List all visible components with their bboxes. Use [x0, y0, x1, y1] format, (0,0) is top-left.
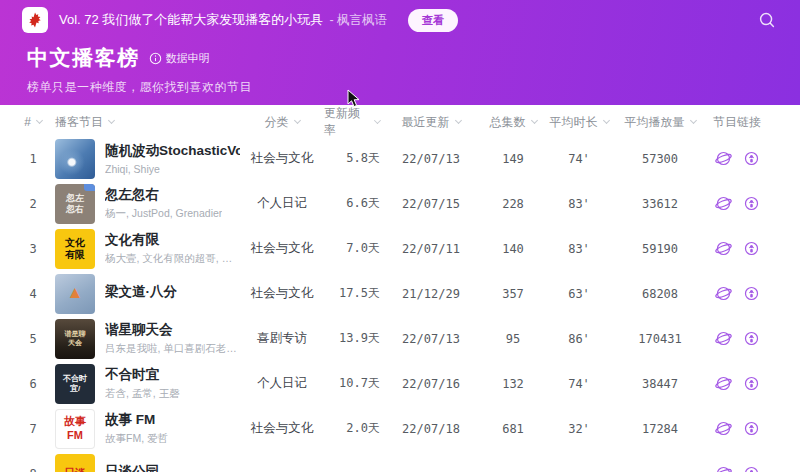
col-header-plays[interactable]: 平均播放量 — [614, 114, 706, 131]
podcast-title[interactable]: 梁文道·八分 — [105, 283, 177, 301]
podcast-cell[interactable]: 谐星聊天会 谐星聊天会 吕东是我啦, 单口喜剧石老板, 六兽儿... — [50, 319, 240, 359]
sort-caret-icon — [36, 117, 43, 124]
col-header-category[interactable]: 分类 — [240, 114, 324, 131]
announcement-bar: Vol. 72 我们做了个能帮大家发现播客的小玩具- 枫言枫语 查看 — [0, 0, 800, 40]
episodes-cell: 681 — [482, 422, 544, 436]
podcast-cover: 日谈 — [55, 454, 95, 472]
podcast-title[interactable]: 文化有限 — [105, 231, 240, 249]
page-header: Vol. 72 我们做了个能帮大家发现播客的小玩具- 枫言枫语 查看 中文播客榜… — [0, 0, 800, 105]
links-cell — [706, 419, 768, 438]
fengyan-fengyu-logo[interactable] — [22, 7, 48, 33]
table-row[interactable]: 5 谐星聊天会 谐星聊天会 吕东是我啦, 单口喜剧石老板, 六兽儿... 喜剧专… — [0, 316, 800, 361]
xiaoyuzhou-icon[interactable] — [714, 149, 733, 168]
category-cell: 喜剧专访 — [240, 330, 324, 347]
podcast-cell[interactable]: 随机波动StochasticVolatility Zhiqi, Shiye — [50, 139, 240, 179]
podcast-cell[interactable]: 文化有限 文化有限 杨大壹, 文化有限的超哥, 星光 — [50, 229, 240, 269]
podcast-cell[interactable]: 不合时宜/ 不合时宜 若含, 孟常, 王磬 — [50, 364, 240, 404]
xiaoyuzhou-icon[interactable] — [714, 419, 733, 438]
data-statement-link[interactable]: 数据申明 — [149, 51, 210, 66]
page-subtitle: 榜单只是一种维度，愿你找到喜欢的节目 — [27, 79, 773, 96]
duration-cell: 32' — [544, 422, 614, 436]
announcement-suffix: - 枫言枫语 — [329, 13, 387, 27]
xiaoyuzhou-icon[interactable] — [714, 329, 733, 348]
rank-cell: 3 — [16, 242, 50, 256]
rank-cell: 1 — [16, 152, 50, 166]
podcast-title[interactable]: 随机波动StochasticVolatility — [105, 142, 240, 160]
rank-cell: 4 — [16, 287, 50, 301]
links-cell — [706, 149, 768, 168]
episodes-cell: 132 — [482, 377, 544, 391]
links-cell — [706, 464, 768, 472]
podcast-authors: 故事FM, 爱哲 — [105, 432, 168, 446]
duration-cell: 74' — [544, 152, 614, 166]
links-cell — [706, 239, 768, 258]
podcast-cell[interactable]: 日谈 日谈公园 — [50, 454, 240, 472]
podcast-title[interactable]: 谐星聊天会 — [105, 321, 240, 339]
table-row[interactable]: 1 随机波动StochasticVolatility Zhiqi, Shiye … — [0, 136, 800, 181]
podcast-cell[interactable]: 忽左忽右 忽左忽右 杨一, JustPod, Grenadier — [50, 184, 240, 224]
apple-podcasts-icon[interactable] — [742, 149, 761, 168]
links-cell — [706, 329, 768, 348]
table-row[interactable]: 3 文化有限 文化有限 杨大壹, 文化有限的超哥, 星光 社会与文化 7.0天 … — [0, 226, 800, 271]
podcast-title[interactable]: 日谈公园 — [105, 463, 159, 472]
table-row[interactable]: 2 忽左忽右 忽左忽右 杨一, JustPod, Grenadier 个人日记 … — [0, 181, 800, 226]
plays-cell: 68208 — [614, 287, 706, 301]
sort-caret-icon — [530, 117, 537, 124]
col-header-links: 节目链接 — [706, 114, 768, 131]
podcast-cell[interactable]: ▲ 梁文道·八分 — [50, 274, 240, 314]
xiaoyuzhou-icon[interactable] — [714, 284, 733, 303]
podcast-title[interactable]: 故事 FM — [105, 411, 168, 429]
frequency-cell: 10.7天 — [324, 375, 380, 392]
view-button[interactable]: 查看 — [408, 9, 458, 32]
xiaoyuzhou-icon[interactable] — [714, 464, 733, 472]
rank-cell: 8 — [16, 467, 50, 472]
recent-update-cell: 22/07/16 — [380, 377, 482, 391]
apple-podcasts-icon[interactable] — [742, 239, 761, 258]
col-header-podcast[interactable]: 播客节目 — [50, 114, 240, 131]
episodes-cell: 140 — [482, 242, 544, 256]
rank-table: # 播客节目 分类 更新频率 最近更新 总集数 平均时长 平均播放量 节目链接 … — [0, 105, 800, 472]
xiaoyuzhou-icon[interactable] — [714, 194, 733, 213]
podcast-title[interactable]: 忽左忽右 — [105, 186, 222, 204]
podcast-cover: 故事FM — [55, 409, 95, 449]
apple-podcasts-icon[interactable] — [742, 419, 761, 438]
col-header-rank[interactable]: # — [16, 115, 50, 129]
podcast-title[interactable]: 不合时宜 — [105, 366, 180, 384]
podcast-cell[interactable]: 故事FM 故事 FM 故事FM, 爱哲 — [50, 409, 240, 449]
sort-caret-icon — [454, 117, 461, 124]
col-header-frequency[interactable]: 更新频率 — [324, 105, 380, 139]
plays-cell: 59190 — [614, 242, 706, 256]
xiaoyuzhou-icon[interactable] — [714, 239, 733, 258]
links-cell — [706, 284, 768, 303]
col-header-duration[interactable]: 平均时长 — [544, 114, 614, 131]
search-button[interactable] — [756, 9, 778, 31]
table-row[interactable]: 6 不合时宜/ 不合时宜 若含, 孟常, 王磬 个人日记 10.7天 22/07… — [0, 361, 800, 406]
col-header-recent[interactable]: 最近更新 — [380, 114, 482, 131]
episodes-cell: 357 — [482, 287, 544, 301]
links-cell — [706, 374, 768, 393]
announcement-text[interactable]: Vol. 72 我们做了个能帮大家发现播客的小玩具- 枫言枫语 — [59, 11, 387, 29]
apple-podcasts-icon[interactable] — [742, 374, 761, 393]
plays-cell: 38447 — [614, 377, 706, 391]
sort-caret-icon — [108, 117, 115, 124]
apple-podcasts-icon[interactable] — [742, 329, 761, 348]
table-header-row: # 播客节目 分类 更新频率 最近更新 总集数 平均时长 平均播放量 节目链接 — [0, 105, 800, 136]
apple-podcasts-icon[interactable] — [742, 464, 761, 472]
table-row[interactable]: 4 ▲ 梁文道·八分 社会与文化 17.5天 21/12/29 357 63' … — [0, 271, 800, 316]
sort-caret-icon — [602, 117, 609, 124]
category-cell: 个人日记 — [240, 195, 324, 212]
plays-cell: 170431 — [614, 332, 706, 346]
hero-section: 中文播客榜 数据申明 榜单只是一种维度，愿你找到喜欢的节目 — [0, 40, 800, 96]
category-cell: 社会与文化 — [240, 420, 324, 437]
data-statement-label: 数据申明 — [166, 51, 210, 66]
maple-leaf-icon — [26, 11, 44, 29]
table-row[interactable]: 7 故事FM 故事 FM 故事FM, 爱哲 社会与文化 2.0天 22/07/1… — [0, 406, 800, 451]
col-header-episodes[interactable]: 总集数 — [482, 114, 544, 131]
table-row[interactable]: 8 日谈 日谈公园 — [0, 451, 800, 472]
apple-podcasts-icon[interactable] — [742, 194, 761, 213]
recent-update-cell: 21/12/29 — [380, 287, 482, 301]
podcast-cover: 忽左忽右 — [55, 184, 95, 224]
xiaoyuzhou-icon[interactable] — [714, 374, 733, 393]
apple-podcasts-icon[interactable] — [742, 284, 761, 303]
podcast-cover: 不合时宜/ — [55, 364, 95, 404]
